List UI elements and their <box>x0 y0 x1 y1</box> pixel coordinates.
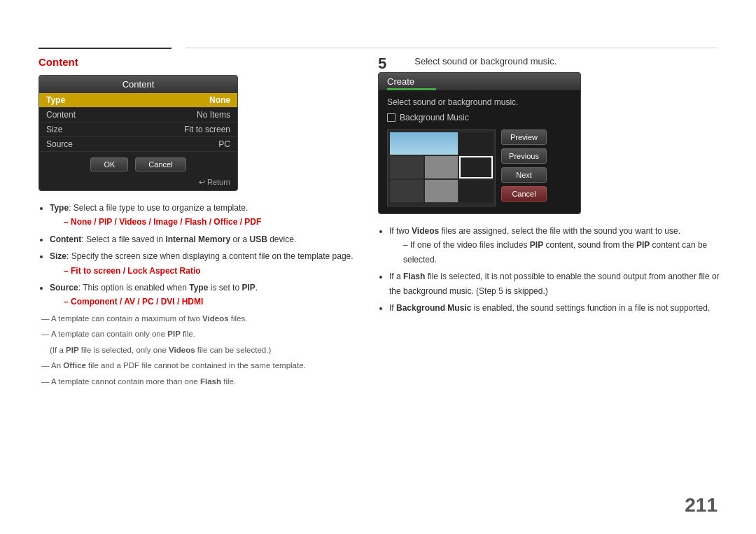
thumb-dark2 <box>459 180 493 202</box>
step-text: Select sound or background music. <box>414 53 556 66</box>
preview-button[interactable]: Preview <box>501 129 547 145</box>
create-body: Select sound or background music. Backgr… <box>379 90 580 213</box>
content-label: Content <box>46 110 76 120</box>
thumb-mid2 <box>390 180 424 202</box>
return-row: ↩ Return <box>39 176 237 190</box>
bullet-content: Content: Select a file saved in Internal… <box>50 232 354 246</box>
note-pip-sub: (If a PIP file is selected, only one Vid… <box>50 344 354 358</box>
background-music-checkbox[interactable] <box>387 113 396 122</box>
note-office: An Office file and a PDF file cannot be … <box>41 359 354 373</box>
dialog-row-size: Size Fit to screen <box>39 122 237 137</box>
bullet-section: Type: Select a file type to use to organ… <box>38 201 354 388</box>
return-arrow-icon: ↩ <box>199 178 207 186</box>
right-notes: If two Videos files are assigned, select… <box>378 224 721 315</box>
create-buttons: Preview Previous Next Cancel <box>501 129 547 206</box>
right-note-bgmusic: If Background Music is enabled, the soun… <box>389 301 721 315</box>
dialog-row-content: Content No Items <box>39 108 237 122</box>
sub-type: None / PIP / Videos / Image / Flash / Of… <box>50 215 354 229</box>
bullet-type: Type: Select a file type to use to organ… <box>50 201 354 230</box>
thumbnail-grid <box>387 129 496 206</box>
create-dialog: Create Select sound or background music.… <box>378 72 581 214</box>
create-instruction: Select sound or background music. <box>387 97 572 107</box>
section-title: Content <box>38 56 354 68</box>
step-number: 5 <box>378 56 386 71</box>
content-value: No Items <box>197 110 230 120</box>
next-button[interactable]: Next <box>501 167 547 183</box>
right-sub-pip: If one of the video files includes PIP c… <box>389 238 721 267</box>
dialog-buttons: OK Cancel <box>39 152 237 176</box>
type-label: Type <box>46 95 65 105</box>
cancel-create-button[interactable]: Cancel <box>501 186 547 202</box>
create-main-area: Preview Previous Next Cancel <box>387 129 572 206</box>
thumb-dark1 <box>459 132 493 155</box>
bullet-type-bold: Type <box>50 203 69 213</box>
source-label: Source <box>46 139 73 149</box>
page-number: 211 <box>685 494 718 517</box>
bullet-source: Source: This option is enabled when Type… <box>50 281 354 309</box>
note-flash: A template cannot contain more than one … <box>41 375 354 389</box>
bullet-size: Size: Specify the screen size when displ… <box>50 249 354 278</box>
size-label: Size <box>46 125 62 134</box>
thumb-selected <box>459 156 493 178</box>
thumb-mid1 <box>390 156 424 178</box>
create-title: Create <box>379 73 580 90</box>
top-divider-left <box>38 48 172 49</box>
thumb-sky <box>390 132 458 155</box>
step-header: 5 Select sound or background music. <box>378 56 721 66</box>
thumb-light1 <box>425 156 458 178</box>
checkbox-label: Background Music <box>400 113 469 122</box>
note-pip: A template can contain only one PIP file… <box>41 328 354 342</box>
green-progress-bar <box>387 88 436 90</box>
top-divider-right <box>186 48 718 48</box>
cancel-button[interactable]: Cancel <box>135 157 186 171</box>
source-value: PC <box>218 139 230 149</box>
content-dialog: Content Type None Content No Items Size … <box>38 75 238 191</box>
left-column: Content Content Type None Content No Ite… <box>38 56 354 391</box>
type-value: None <box>209 95 230 105</box>
sub-size: Fit to screen / Lock Aspect Ratio <box>50 264 354 278</box>
checkbox-row[interactable]: Background Music <box>387 113 572 122</box>
right-note-flash: If a Flash file is selected, it is not p… <box>389 269 721 298</box>
thumb-light2 <box>425 180 458 202</box>
previous-button[interactable]: Previous <box>501 148 547 164</box>
return-label: Return <box>207 178 230 186</box>
dialog-row-type: Type None <box>39 93 237 108</box>
note-videos: A template can contain a maximum of two … <box>41 312 354 326</box>
right-column: 5 Select sound or background music. Crea… <box>378 56 721 318</box>
size-value: Fit to screen <box>184 125 230 134</box>
sub-source: Component / AV / PC / DVI / HDMI <box>50 295 354 309</box>
ok-button[interactable]: OK <box>90 157 128 171</box>
right-note-videos: If two Videos files are assigned, select… <box>389 224 721 267</box>
dialog-title: Content <box>39 76 237 93</box>
dialog-row-source: Source PC <box>39 137 237 152</box>
